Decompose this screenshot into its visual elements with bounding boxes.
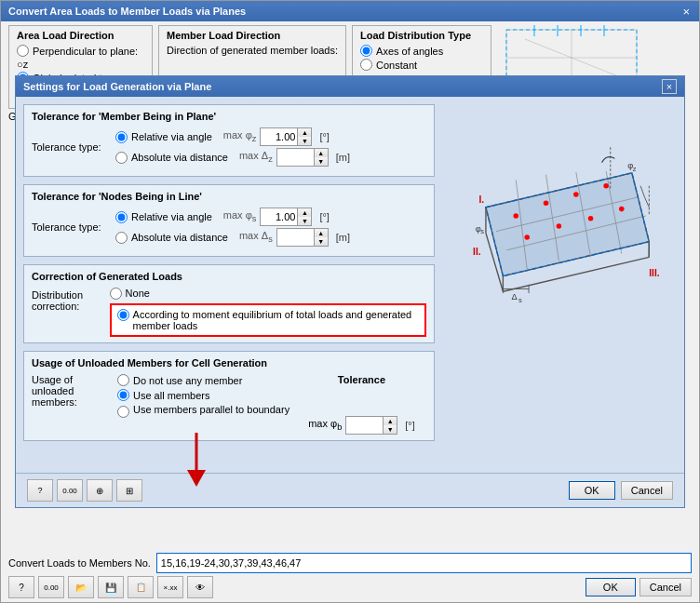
load-dist-axes-row: Axes of angles <box>360 45 483 57</box>
tol-nodes-delta-s-spinner[interactable]: ▲ ▼ <box>276 228 329 247</box>
unloaded-members-group: Usage of Unloaded Members for Cell Gener… <box>23 351 435 441</box>
inner-dialog-right: I. II. III. φ z φ s <box>442 97 684 473</box>
unloaded-do-not-use-label: Do not use any member <box>133 375 242 386</box>
tol-nodes-phi-s-spinner-buttons: ▲ ▼ <box>297 208 312 226</box>
inner-dialog-footer: ? 0.00 ⊕ ⊞ OK Cancel <box>16 473 684 507</box>
correction-none-radio[interactable] <box>110 288 122 300</box>
outer-ok-button[interactable]: OK <box>586 578 636 596</box>
inner-cancel-button[interactable]: Cancel <box>621 481 673 500</box>
unloaded-use-all-label: Use all members <box>133 390 210 401</box>
bottom-help-btn[interactable]: ? <box>8 576 34 598</box>
tol-nodes-delta-s-down[interactable]: ▼ <box>315 237 328 246</box>
tolerance-nodes-type-label: Tolerance type: <box>32 221 115 233</box>
tol-member-delta-z-input[interactable] <box>276 148 314 167</box>
area-dir-z-label: ○z <box>17 59 28 70</box>
tol-nodes-absolute-radio[interactable] <box>115 232 128 244</box>
inner-ok-button[interactable]: OK <box>569 481 615 500</box>
correction-moment-label: According to moment equilibrium of total… <box>133 309 419 331</box>
unloaded-phi-b-up[interactable]: ▲ <box>384 417 397 425</box>
tol-member-phi-z-input[interactable]: 1.00 <box>260 127 297 146</box>
inner-close-button[interactable]: × <box>662 79 677 94</box>
tolerance-member-row: Tolerance type: Relative via angle max φ… <box>32 127 426 167</box>
inner-dialog-toolbar: ? 0.00 ⊕ ⊞ <box>27 479 142 502</box>
tol-nodes-phi-s-down[interactable]: ▼ <box>298 217 311 225</box>
unloaded-phi-b-spinner[interactable]: ▲ ▼ <box>345 416 397 435</box>
inner-dialog: Settings for Load Generation via Plane ×… <box>15 75 685 508</box>
unloaded-members-title: Usage of Unloaded Members for Cell Gener… <box>32 357 426 368</box>
inner-toolbar-btn4[interactable]: ⊞ <box>116 479 142 502</box>
tol-member-phi-z-down[interactable]: ▼ <box>298 137 311 145</box>
svg-marker-47 <box>187 470 206 487</box>
unloaded-tolerance-section: Tolerance max φb ▲ ▼ [ <box>308 374 415 435</box>
tol-member-phi-z-spinner-buttons: ▲ ▼ <box>297 127 312 146</box>
tol-member-max-phi-z-label: max φz <box>223 129 257 143</box>
area-dir-perpendicular-label: Perpendicular to plane: <box>33 46 138 57</box>
tol-nodes-delta-s-input[interactable] <box>276 228 314 247</box>
bottom-view-btn[interactable]: 👁 <box>187 576 213 598</box>
member-load-direction-title: Member Load Direction <box>167 30 338 41</box>
unloaded-phi-b-down[interactable]: ▼ <box>384 425 397 434</box>
tol-member-relative-radio[interactable] <box>115 131 128 143</box>
outer-dialog: Convert Area Loads to Member Loads via P… <box>0 0 700 603</box>
convert-loads-input[interactable] <box>156 553 692 573</box>
bottom-toolbar-row: ? 0.00 📂 💾 📋 ×.xx 👁 OK Cancel <box>8 576 692 598</box>
correction-none-option: None <box>110 288 426 300</box>
svg-point-23 <box>588 216 594 221</box>
correction-row: Distribution correction: None According … <box>32 288 426 337</box>
bottom-folder-btn[interactable]: 📂 <box>68 576 94 598</box>
unloaded-use-all-row: Use all members <box>117 389 289 401</box>
unloaded-phi-b-input[interactable] <box>345 416 383 435</box>
tol-member-absolute-radio[interactable] <box>115 152 128 164</box>
tol-member-delta-z-down[interactable]: ▼ <box>315 157 328 166</box>
unloaded-tolerance-title: Tolerance <box>308 374 415 385</box>
tol-member-absolute-label: Absolute via distance <box>131 152 228 163</box>
tol-nodes-phi-s-up[interactable]: ▲ <box>298 208 311 217</box>
tol-nodes-relative-label: Relative via angle <box>131 211 212 222</box>
load-dist-constant-radio[interactable] <box>360 59 372 71</box>
inner-toolbar-btn3[interactable]: ⊕ <box>87 479 113 502</box>
bottom-xxx-btn[interactable]: ×.xx <box>157 576 183 598</box>
bottom-save-btn[interactable]: 💾 <box>98 576 124 598</box>
correction-moment-radio[interactable] <box>117 309 129 321</box>
tol-member-phi-z-spinner[interactable]: 1.00 ▲ ▼ <box>260 127 312 146</box>
structural-diagram-svg: I. II. III. φ z φ s <box>451 104 675 328</box>
unloaded-do-not-use-radio[interactable] <box>117 374 129 386</box>
bottom-numeric-btn[interactable]: 0.00 <box>38 576 64 598</box>
svg-point-19 <box>573 192 579 197</box>
correction-moment-option: According to moment equilibrium of total… <box>117 309 419 331</box>
unloaded-use-all-radio[interactable] <box>117 389 129 401</box>
correction-moment-option-highlighted: According to moment equilibrium of total… <box>110 303 426 337</box>
tol-member-delta-z-unit: [m] <box>336 152 350 163</box>
tol-nodes-delta-s-up[interactable]: ▲ <box>315 229 328 237</box>
outer-close-button[interactable]: × <box>680 6 692 18</box>
tol-nodes-phi-s-spinner[interactable]: 1.00 ▲ ▼ <box>260 208 312 226</box>
inner-dialog-titlebar: Settings for Load Generation via Plane × <box>16 76 684 97</box>
inner-toolbar-numeric-btn[interactable]: 0.00 <box>57 479 83 502</box>
tol-member-delta-z-spinner-buttons: ▲ ▼ <box>314 148 329 167</box>
correction-group: Correction of Generated Loads Distributi… <box>23 264 435 343</box>
tol-member-delta-z-up[interactable]: ▲ <box>315 149 328 157</box>
outer-cancel-button[interactable]: Cancel <box>639 578 692 596</box>
tol-nodes-relative-radio[interactable] <box>115 211 128 223</box>
load-dist-axes-radio[interactable] <box>360 45 372 57</box>
tol-nodes-phi-s-input[interactable]: 1.00 <box>260 208 297 226</box>
member-dir-desc-text: Direction of generated member loads: <box>167 45 338 56</box>
svg-text:Δ: Δ <box>512 292 518 302</box>
tolerance-nodes-row: Tolerance type: Relative via angle max φ… <box>32 208 426 247</box>
svg-point-17 <box>513 213 518 219</box>
tol-member-phi-z-up[interactable]: ▲ <box>298 128 311 137</box>
area-dir-perpendicular-radio[interactable] <box>17 45 29 57</box>
tol-member-max-delta-z-label: max Δz <box>239 150 273 164</box>
bottom-table-btn[interactable]: 📋 <box>128 576 154 598</box>
tol-member-delta-z-spinner[interactable]: ▲ ▼ <box>276 148 329 167</box>
unloaded-parallel-radio[interactable] <box>117 406 129 418</box>
svg-text:z: z <box>633 165 637 173</box>
inner-toolbar-help-btn[interactable]: ? <box>27 479 53 502</box>
tol-member-relative-label: Relative via angle <box>131 131 212 142</box>
area-load-direction-title: Area Load Direction <box>17 30 144 41</box>
unloaded-do-not-use-row: Do not use any member <box>117 374 289 386</box>
tolerance-member-relative-row: Relative via angle max φz 1.00 ▲ ▼ [°] <box>115 127 350 146</box>
tol-nodes-delta-s-spinner-buttons: ▲ ▼ <box>314 228 329 247</box>
tolerance-nodes-title: Tolerance for 'Nodes Being in Line' <box>32 191 426 202</box>
tol-nodes-delta-s-unit: [m] <box>336 232 350 243</box>
